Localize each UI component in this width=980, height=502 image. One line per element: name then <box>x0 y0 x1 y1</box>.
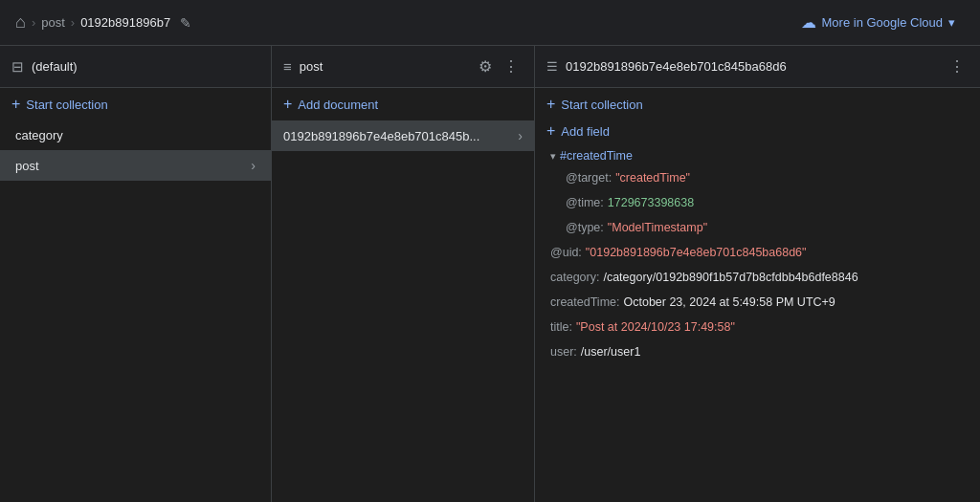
more-btn-label: More in Google Cloud <box>822 15 943 30</box>
collection-icon: ≡ <box>283 58 292 75</box>
document-item[interactable]: 0192b891896b7e4e8eb701c845b... › <box>272 120 534 151</box>
sidebar-item-post[interactable]: post › <box>0 150 271 181</box>
panel-document-actions: ⋮ <box>946 54 969 79</box>
plus-icon-right1: + <box>546 96 555 113</box>
start-collection-button-right[interactable]: + Start collection <box>535 88 980 120</box>
start-collection-label-right: Start collection <box>561 98 642 112</box>
time-field-row: @time: 1729673398638 <box>535 190 980 215</box>
wifi-icon: ⊟ <box>11 58 24 76</box>
type-key: @type: <box>566 218 604 237</box>
more-icon-right: ⋮ <box>949 57 965 76</box>
title-value: "Post at 2024/10/23 17:49:58" <box>576 317 735 337</box>
dropdown-icon: ▾ <box>948 15 955 30</box>
chevron-right-icon: › <box>251 158 256 173</box>
breadcrumb-sep1: › <box>32 15 35 30</box>
doc-chevron-icon: › <box>518 128 523 143</box>
document-icon: ☰ <box>546 59 558 74</box>
target-key: @target: <box>566 168 612 187</box>
add-document-label: Add document <box>298 98 378 112</box>
edit-icon[interactable]: ✎ <box>180 15 191 31</box>
main-layout: ⊟ (default) + Start collection category … <box>0 46 980 502</box>
time-value: 1729673398638 <box>608 193 694 212</box>
type-field-row: @type: "ModelTimestamp" <box>535 215 980 240</box>
collapse-icon: ▾ <box>550 150 556 163</box>
start-collection-label-left: Start collection <box>26 98 107 112</box>
panel-post-header: ≡ post ⚙ ⋮ <box>272 46 534 88</box>
start-collection-button-left[interactable]: + Start collection <box>0 88 271 120</box>
category-value: /category/0192b890f1b57d7b8cfdbb4b6dfe88… <box>603 268 858 287</box>
add-document-button[interactable]: + Add document <box>272 88 534 120</box>
user-value: /user/user1 <box>581 342 641 361</box>
topbar: ⌂ › post › 0192b891896b7 ✎ ☁ More in Goo… <box>0 0 980 46</box>
created-time-value: October 23, 2024 at 5:49:58 PM UTC+9 <box>623 293 835 312</box>
panel-document-header: ☰ 0192b891896b7e4e8eb701c845ba68d6 ⋮ <box>535 46 980 88</box>
sidebar-item-category-label: category <box>15 128 63 142</box>
category-field-row: category: /category/0192b890f1b57d7b8cfd… <box>535 265 980 290</box>
more-in-google-cloud-button[interactable]: ☁ More in Google Cloud ▾ <box>791 8 965 37</box>
more-icon-mid: ⋮ <box>503 57 519 76</box>
sidebar-item-category[interactable]: category <box>0 120 271 150</box>
target-value: "createdTime" <box>615 168 690 187</box>
created-time-key: createdTime: <box>550 293 619 312</box>
panel-post: ≡ post ⚙ ⋮ + Add document 0192b891896b7e… <box>272 46 535 502</box>
created-time-field-row: createdTime: October 23, 2024 at 5:49:58… <box>535 290 980 315</box>
cloud-icon: ☁ <box>801 13 816 32</box>
panel-document: ☰ 0192b891896b7e4e8eb701c845ba68d6 ⋮ + S… <box>535 46 980 502</box>
user-key: user: <box>550 342 577 361</box>
breadcrumb-docid: 0192b891896b7 <box>80 15 170 30</box>
panel-default-header: ⊟ (default) <box>0 46 271 88</box>
sidebar-item-post-label: post <box>15 159 39 173</box>
panel-default: ⊟ (default) + Start collection category … <box>0 46 272 502</box>
time-key: @time: <box>566 193 604 212</box>
panel-post-title: post <box>300 59 467 74</box>
plus-icon-right2: + <box>546 122 555 140</box>
field-section: ▾ #createdTime @target: "createdTime" @t… <box>535 142 980 502</box>
filter-button[interactable]: ⚙ <box>475 54 496 79</box>
uid-value: "0192b891896b7e4e8eb701c845ba68d6" <box>586 243 807 262</box>
created-time-section-label: #createdTime <box>560 149 633 163</box>
title-field-row: title: "Post at 2024/10/23 17:49:58" <box>535 315 980 339</box>
more-options-button-mid[interactable]: ⋮ <box>500 54 523 79</box>
home-icon[interactable]: ⌂ <box>15 12 26 33</box>
user-field-row: user: /user/user1 <box>535 339 980 364</box>
type-value: "ModelTimestamp" <box>608 218 707 237</box>
target-field-row: @target: "createdTime" <box>535 165 980 190</box>
more-options-button-right[interactable]: ⋮ <box>946 54 969 79</box>
title-key: title: <box>550 317 572 337</box>
created-time-section[interactable]: ▾ #createdTime <box>535 145 980 165</box>
filter-icon: ⚙ <box>479 57 492 76</box>
uid-field-row: @uid: "0192b891896b7e4e8eb701c845ba68d6" <box>535 240 980 265</box>
panel-post-actions: ⚙ ⋮ <box>475 54 523 79</box>
category-key: category: <box>550 268 599 287</box>
add-field-label: Add field <box>561 124 610 139</box>
plus-icon-mid: + <box>283 96 292 113</box>
breadcrumb-sep2: › <box>71 15 75 30</box>
panel-default-title: (default) <box>32 59 259 74</box>
breadcrumb-post[interactable]: post <box>41 15 65 30</box>
doc-id-label: 0192b891896b7e4e8eb701c845b... <box>283 129 518 143</box>
add-field-button[interactable]: + Add field <box>535 120 980 142</box>
plus-icon-left: + <box>11 96 20 113</box>
breadcrumb: ⌂ › post › 0192b891896b7 ✎ <box>15 12 791 33</box>
uid-key: @uid: <box>550 243 582 262</box>
panel-document-title: 0192b891896b7e4e8eb701c845ba68d6 <box>566 59 938 74</box>
